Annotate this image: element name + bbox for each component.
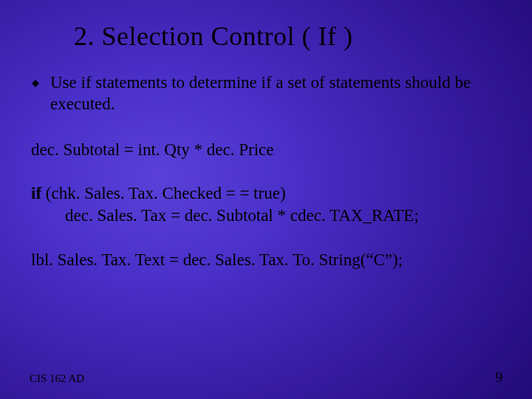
- slide: 2. Selection Control ( If ) Use if state…: [0, 0, 532, 399]
- code-line: dec. Sales. Tax = dec. Subtotal * cdec. …: [31, 205, 502, 227]
- code-block-3: lbl. Sales. Tax. Text = dec. Sales. Tax.…: [30, 249, 502, 271]
- code-line: lbl. Sales. Tax. Text = dec. Sales. Tax.…: [31, 249, 502, 271]
- slide-number: 9: [496, 369, 503, 386]
- code-block-1: dec. Subtotal = int. Qty * dec. Price: [30, 139, 502, 161]
- diamond-bullet-icon: [31, 78, 40, 91]
- bullet-item: Use if statements to determine if a set …: [30, 72, 502, 115]
- code-block-2: if (chk. Sales. Tax. Checked = = true) d…: [30, 183, 502, 227]
- code-text: (chk. Sales. Tax. Checked = = true): [41, 184, 285, 202]
- keyword-if: if: [31, 184, 41, 202]
- code-line: if (chk. Sales. Tax. Checked = = true): [31, 183, 502, 205]
- bullet-text: Use if statements to determine if a set …: [50, 72, 502, 115]
- footer-course: CIS 162 AD: [30, 372, 84, 385]
- code-line: dec. Subtotal = int. Qty * dec. Price: [31, 139, 502, 161]
- svg-rect-0: [32, 80, 39, 87]
- slide-title: 2. Selection Control ( If ): [74, 21, 502, 52]
- slide-footer: CIS 162 AD 9: [30, 369, 502, 386]
